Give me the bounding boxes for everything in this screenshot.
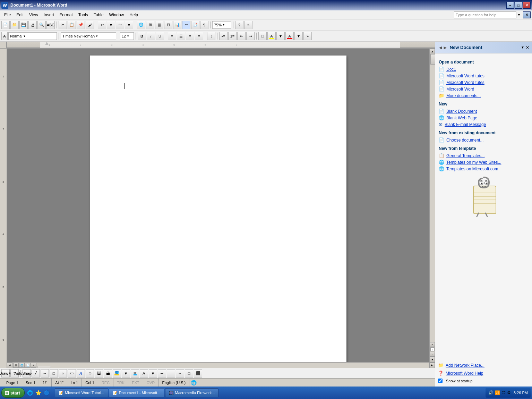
rectangle-button[interactable]: □ bbox=[50, 369, 58, 377]
scroll-down-button[interactable]: ▼ bbox=[430, 357, 435, 362]
font-color-arrow[interactable]: ▼ bbox=[294, 32, 303, 40]
ms-templates-link[interactable]: Templates on Microsoft.com bbox=[446, 167, 498, 171]
panel-dropdown-btn[interactable]: ▼ bbox=[521, 45, 524, 49]
paste-button[interactable]: 📌 bbox=[77, 21, 85, 29]
help-button[interactable]: ? bbox=[235, 21, 243, 29]
menu-help[interactable]: Help bbox=[127, 11, 141, 18]
fill-color-arrow[interactable]: ▼ bbox=[122, 369, 130, 377]
font-dropdown[interactable]: Times New Roman ▼ bbox=[61, 32, 116, 40]
recent-doc-link-3[interactable]: Microsoft Word tutes bbox=[446, 80, 484, 85]
menu-table[interactable]: Table bbox=[91, 11, 106, 18]
format-painter-button[interactable]: 🖌 bbox=[86, 21, 94, 29]
zoom-out-button[interactable]: - bbox=[430, 352, 435, 357]
menu-file[interactable]: File bbox=[1, 11, 14, 18]
show-at-startup-checkbox[interactable] bbox=[438, 379, 443, 383]
text-box-button[interactable]: ▭ bbox=[68, 369, 76, 377]
arrow-style-button[interactable]: → bbox=[176, 369, 184, 377]
redo-button[interactable]: ↪ bbox=[116, 21, 124, 29]
scroll-right-button[interactable]: ► bbox=[429, 363, 435, 368]
blank-web-page-link[interactable]: Blank Web Page bbox=[446, 116, 477, 120]
dash-style-button[interactable]: - - bbox=[167, 369, 175, 377]
web-button[interactable]: 🌐 bbox=[137, 21, 145, 29]
panel-nav-back[interactable]: ◄ bbox=[438, 45, 443, 50]
document-map-button[interactable]: 📑 bbox=[191, 21, 199, 29]
more-fmt-button[interactable]: » bbox=[303, 32, 312, 40]
font-color-button[interactable]: A bbox=[285, 32, 294, 40]
word-art-button[interactable]: A bbox=[77, 369, 85, 377]
cut-button[interactable]: ✂ bbox=[59, 21, 67, 29]
choose-document-link[interactable]: Choose document... bbox=[446, 138, 483, 143]
menu-edit[interactable]: Edit bbox=[14, 11, 26, 18]
draw-menu-button[interactable]: Draw▼ bbox=[1, 369, 10, 377]
scroll-left-button[interactable]: ◄ bbox=[7, 363, 12, 368]
taskbar-item-tutorial[interactable]: 📝 Microsoft Word Tutori... bbox=[55, 388, 108, 397]
show-hide-button[interactable]: ¶ bbox=[200, 21, 208, 29]
maximize-button[interactable]: □ bbox=[515, 2, 522, 9]
scroll-up-button[interactable]: ▲ bbox=[430, 49, 435, 54]
menu-window[interactable]: Window bbox=[106, 11, 127, 18]
line-color-button[interactable]: ✏ bbox=[131, 369, 139, 377]
word-help-link[interactable]: Microsoft Word Help bbox=[446, 371, 483, 376]
taskbar-item-document[interactable]: 📝 Document1 - Microsoft... bbox=[109, 388, 164, 397]
line-style-button[interactable]: ─ bbox=[158, 369, 166, 377]
horizontal-scrollbar[interactable]: ◄ ▤ 🌐 📄 ≡ ► bbox=[7, 362, 435, 368]
drawing-button[interactable]: ✏ bbox=[182, 21, 190, 29]
blank-document-link[interactable]: Blank Document bbox=[446, 109, 477, 114]
recent-doc-link-2[interactable]: Microsoft Word tutes bbox=[446, 74, 484, 78]
minimize-button[interactable]: – bbox=[506, 2, 514, 9]
tray-icon-3[interactable]: 🛡 bbox=[501, 390, 506, 395]
panel-close-button[interactable]: ✕ bbox=[523, 11, 531, 18]
3d-style-button[interactable]: ⬛ bbox=[194, 369, 202, 377]
font-color-draw-button[interactable]: A bbox=[140, 369, 148, 377]
oval-button[interactable]: ○ bbox=[59, 369, 67, 377]
more-button[interactable]: » bbox=[244, 21, 252, 29]
highlight-button[interactable]: A bbox=[267, 32, 276, 40]
highlight-arrow[interactable]: ▼ bbox=[276, 32, 285, 40]
help-search[interactable] bbox=[454, 11, 516, 18]
start-button[interactable]: ⊞ start bbox=[1, 388, 25, 398]
menu-insert[interactable]: Insert bbox=[41, 11, 57, 18]
menu-format[interactable]: Format bbox=[57, 11, 76, 18]
web-view-button[interactable]: 🌐 bbox=[19, 363, 25, 368]
vertical-scrollbar[interactable]: ▲ + ○ - ▼ bbox=[429, 49, 435, 362]
print-view-button[interactable]: 📄 bbox=[25, 363, 31, 368]
underline-button[interactable]: U bbox=[156, 32, 164, 40]
shadow-style-button[interactable]: □ bbox=[185, 369, 193, 377]
ie-icon[interactable]: 🌐 bbox=[26, 389, 34, 397]
align-center-button[interactable]: ☰ bbox=[177, 32, 185, 40]
border-button[interactable]: □ bbox=[258, 32, 267, 40]
ie2-icon[interactable]: 🔵 bbox=[43, 389, 50, 397]
zoom-in-button[interactable]: + bbox=[430, 342, 435, 347]
decrease-indent-button[interactable]: ⇤ bbox=[237, 32, 246, 40]
spelling-button[interactable]: ABC bbox=[46, 21, 55, 29]
scroll-thumb[interactable] bbox=[430, 54, 435, 65]
general-templates-link[interactable]: General Templates... bbox=[446, 153, 485, 158]
zoom-dropdown[interactable]: 75% ▼ bbox=[212, 21, 231, 29]
recent-doc-link-1[interactable]: Doc1 bbox=[446, 67, 456, 72]
web-templates-link[interactable]: Templates on my Web Sites... bbox=[446, 160, 501, 165]
font-color-draw-arrow[interactable]: ▼ bbox=[149, 369, 157, 377]
insert-table-button[interactable]: ⊟ bbox=[164, 21, 172, 29]
clip-art-button[interactable]: 🖼 bbox=[95, 369, 103, 377]
print-preview-button[interactable]: 🔍 bbox=[37, 21, 46, 29]
align-left-button[interactable]: ≡ bbox=[168, 32, 176, 40]
align-right-button[interactable]: ≡ bbox=[186, 32, 194, 40]
autoshapes-button[interactable]: AutoShapes▼ bbox=[23, 369, 31, 377]
normal-view-button[interactable]: ▤ bbox=[13, 363, 19, 368]
insert-picture-button[interactable]: 🏔 bbox=[104, 369, 112, 377]
undo-button[interactable]: ↩ bbox=[98, 21, 106, 29]
copy-button[interactable]: 📋 bbox=[68, 21, 76, 29]
save-button[interactable]: 💾 bbox=[19, 21, 28, 29]
open-button[interactable]: 📁 bbox=[10, 21, 19, 29]
tables-button[interactable]: ⊞ bbox=[146, 21, 154, 29]
tray-icon-1[interactable]: 🔊 bbox=[488, 390, 494, 395]
help-arrow[interactable]: ▼ bbox=[516, 13, 522, 17]
redo-arrow[interactable]: ▼ bbox=[125, 21, 133, 29]
blank-email-link[interactable]: Blank E-mail Message bbox=[445, 122, 486, 127]
taskbar-item-fireworks[interactable]: 🎆 Macromedia Firework... bbox=[165, 388, 219, 397]
justify-button[interactable]: ≡ bbox=[195, 32, 203, 40]
outline-view-button[interactable]: ≡ bbox=[31, 363, 36, 368]
increase-indent-button[interactable]: ⇥ bbox=[246, 32, 255, 40]
bold-button[interactable]: B bbox=[138, 32, 146, 40]
fill-color-button[interactable]: 🪣 bbox=[113, 369, 121, 377]
